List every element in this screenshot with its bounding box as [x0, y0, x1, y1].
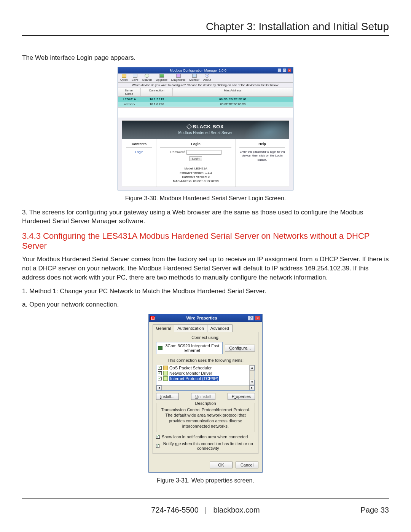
contents-login-link[interactable]: Login — [126, 150, 152, 154]
diagnostic-icon — [176, 74, 181, 78]
tab-authentication[interactable]: Authentication — [174, 324, 207, 332]
diamond-icon — [186, 124, 192, 129]
save-button[interactable]: Save — [132, 74, 139, 81]
window-titlebar: Modbus Configuration Manager 1.0.0 _ □ × — [118, 67, 293, 73]
adapter-field: 3Com 3C920 Integrated Fast Ethernet — [156, 342, 223, 354]
figure-3-30-caption: Figure 3-30. Modbus Hardened Serial Serv… — [22, 195, 389, 202]
footer-sep: | — [205, 506, 207, 514]
network-icon — [150, 316, 155, 320]
tab-pane-general: Connect using: 3Com 3C920 Integrated Fas… — [153, 332, 258, 454]
window-title: Modbus Configuration Manager 1.0.0 — [119, 69, 277, 72]
contents-heading: Contents — [126, 142, 152, 146]
figure-3-30: Modbus Configuration Manager 1.0.0 _ □ ×… — [22, 67, 389, 190]
help-heading: Help — [239, 142, 285, 146]
dialog-tabs: General Authentication Advanced — [153, 324, 258, 332]
page-footer: 724-746-5500 | blackbox.com Page 33 — [22, 506, 389, 514]
login-column: Login Password Login Model: LES431A Firm… — [156, 139, 236, 187]
uses-items-label: This connection uses the following items… — [156, 358, 255, 363]
tab-advanced[interactable]: Advanced — [207, 324, 233, 332]
footer-site: blackbox.com — [213, 506, 260, 514]
upgrade-button[interactable]: Upgrade — [156, 74, 167, 81]
dialog-title: Wire Properties — [156, 316, 247, 320]
info-mac: MAC Address: 00:8C:10:13:20:D9 — [160, 179, 231, 183]
open-button[interactable]: Open — [120, 74, 128, 81]
show-icon-checkbox-row[interactable]: Show icon in notification area when conn… — [156, 435, 255, 439]
section-3-4-3-heading: 3.4.3 Configuring the LES431A Modbus Har… — [22, 231, 389, 251]
device-row[interactable]: webserv 10.1.0.226 00:0E:BE:00:00:50 — [118, 102, 293, 107]
cancel-button[interactable]: Cancel — [236, 462, 258, 468]
brand-logo: BLACK BOX — [127, 124, 284, 129]
info-firmware: Firmware Version: 1.3.3 — [160, 171, 231, 175]
device-grid-header: Server Name Connection Mac Address — [118, 88, 293, 97]
checkbox-icon[interactable] — [156, 444, 159, 448]
component-icon — [163, 366, 168, 370]
adapter-name: 3Com 3C920 Integrated Fast Ethernet — [164, 343, 221, 353]
description-text: Transmission Control Protocol/Internet P… — [159, 407, 252, 429]
list-item[interactable]: Network Monitor Driver — [156, 371, 249, 376]
brand-bar: BLACK BOX Modbus Hardened Serial Server — [122, 121, 289, 139]
scroll-left-icon[interactable]: ◄ — [156, 385, 162, 390]
embedded-web-page: BLACK BOX Modbus Hardened Serial Server … — [122, 120, 289, 187]
col-server-name[interactable]: Server Name — [118, 88, 141, 96]
brand-subtitle: Modbus Hardened Serial Server — [127, 131, 284, 135]
scroll-right-icon[interactable]: ► — [249, 385, 255, 390]
nic-icon — [158, 346, 162, 350]
list-item-selected[interactable]: Internet Protocol (TCP/IP) — [156, 376, 249, 381]
step-3: 3. The screens for configuring your gate… — [22, 208, 389, 226]
login-heading: Login — [160, 142, 231, 146]
checkbox-icon[interactable] — [156, 435, 160, 439]
search-button[interactable]: Search — [142, 74, 152, 81]
device-row-selected[interactable]: LES431A 10.1.2.113 00:0B:EB:FF:FF:01 — [118, 97, 293, 102]
context-help-icon[interactable]: ? — [248, 315, 254, 321]
component-icon — [163, 371, 168, 375]
password-input[interactable] — [186, 150, 221, 155]
scroll-down-icon[interactable]: ▼ — [250, 380, 255, 385]
device-info: Model: LES431A Firmware Version: 1.3.3 H… — [160, 166, 231, 184]
info-hardware: Hardware Version: 0 — [160, 175, 231, 179]
install-button[interactable]: Install... — [156, 393, 179, 400]
toolbar: Open Save Search Upgrade Diagnostic Moni… — [118, 73, 293, 83]
help-text: Enter the password to login to the devic… — [239, 150, 285, 162]
maximize-icon[interactable]: □ — [282, 68, 287, 72]
device-hint: Which device do you want to configure? C… — [118, 83, 293, 88]
description-label: Description — [194, 401, 217, 406]
checkbox-icon[interactable] — [158, 371, 162, 375]
ok-button[interactable]: OK — [210, 462, 233, 468]
login-button[interactable]: Login — [190, 156, 202, 161]
component-icon — [163, 376, 168, 381]
figure-3-31-caption: Figure 3-31. Web properties screen. — [22, 477, 389, 484]
close-icon[interactable]: × — [287, 68, 292, 72]
tab-general[interactable]: General — [153, 324, 174, 332]
help-icon: ? — [205, 74, 209, 78]
footer-phone: 724-746-5500 — [151, 506, 199, 514]
horizontal-scrollbar[interactable]: ◄ ► — [156, 385, 255, 391]
vertical-scrollbar[interactable]: ▲ ▼ — [249, 365, 255, 385]
disk-icon — [133, 74, 137, 78]
configure-button[interactable]: Configure... — [225, 345, 255, 351]
intro-text: The Web interface Login page appears. — [22, 53, 389, 62]
footer-rule — [22, 498, 389, 499]
monitor-button[interactable]: Monitor — [189, 74, 199, 81]
scroll-up-icon[interactable]: ▲ — [250, 365, 255, 371]
col-mac-address[interactable]: Mac Address — [173, 88, 293, 96]
list-item[interactable]: QoS Packet Scheduler — [156, 365, 249, 371]
step-a: a. Open your network connection. — [22, 300, 389, 309]
minimize-icon[interactable]: _ — [277, 68, 282, 72]
checkbox-icon[interactable] — [158, 377, 162, 380]
col-connection[interactable]: Connection — [141, 88, 173, 96]
notify-checkbox-row[interactable]: Notify me when this connection has limit… — [156, 441, 255, 451]
properties-button[interactable]: Properties — [228, 393, 255, 400]
close-icon[interactable]: × — [255, 315, 261, 321]
connect-using-label: Connect using: — [156, 335, 255, 340]
checkbox-icon[interactable] — [158, 366, 162, 370]
method-1: 1. Method 1: Change your PC Network to M… — [22, 287, 389, 296]
config-manager-window: Modbus Configuration Manager 1.0.0 _ □ ×… — [118, 67, 293, 190]
components-listbox[interactable]: QoS Packet Scheduler Network Monitor Dri… — [156, 365, 255, 385]
search-icon — [145, 74, 149, 78]
password-label: Password — [170, 150, 185, 154]
diagnostic-button[interactable]: Diagnostic — [171, 74, 185, 81]
section-3-4-3-p1: Your Modbus Hardened Serial Server comes… — [22, 255, 389, 282]
chapter-title: Chapter 3: Installation and Initial Setu… — [22, 21, 389, 33]
wire-properties-dialog: Wire Properties ? × General Authenticati… — [148, 314, 263, 473]
about-button[interactable]: ?About — [203, 74, 211, 81]
